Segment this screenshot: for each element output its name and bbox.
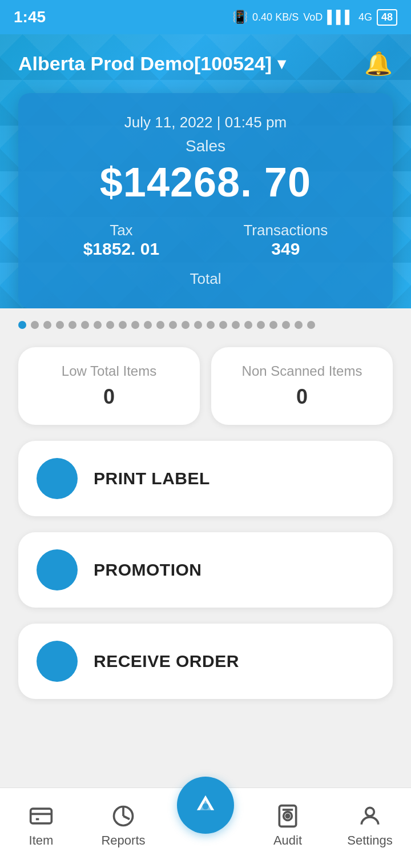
quick-stats-row: Low Total Items 0 Non Scanned Items 0 bbox=[18, 347, 393, 425]
vibrate-icon: 📳 bbox=[232, 10, 248, 25]
store-name-row[interactable]: Alberta Prod Demo[100524] ▾ bbox=[18, 53, 285, 75]
low-total-items-label: Low Total Items bbox=[30, 363, 188, 379]
volte-icon: VoD bbox=[303, 11, 323, 23]
carousel-dot-22[interactable] bbox=[295, 321, 303, 329]
card-total-label: Total bbox=[41, 270, 370, 288]
carousel-dot-4[interactable] bbox=[68, 321, 76, 329]
card-transactions-label: Transactions bbox=[243, 222, 328, 239]
nav-item-home[interactable] bbox=[164, 777, 247, 834]
svg-point-11 bbox=[366, 807, 374, 816]
store-row: Alberta Prod Demo[100524] ▾ 🔔 bbox=[18, 50, 393, 77]
card-tax: Tax $1852. 01 bbox=[83, 222, 159, 259]
carousel-dot-10[interactable] bbox=[144, 321, 152, 329]
print-label-text: PRINT LABEL bbox=[94, 469, 210, 488]
carousel-dot-1[interactable] bbox=[31, 321, 39, 329]
card-tax-value: $1852. 01 bbox=[83, 239, 159, 259]
non-scanned-items-label: Non Scanned Items bbox=[223, 363, 381, 379]
card-meta: Tax $1852. 01 Transactions 349 bbox=[41, 222, 370, 259]
promotion-dot bbox=[37, 549, 78, 590]
signal-icon: ▌▌▌ bbox=[327, 10, 354, 25]
carousel-dot-14[interactable] bbox=[194, 321, 202, 329]
carousel-dot-12[interactable] bbox=[169, 321, 177, 329]
carousel-dots bbox=[0, 308, 411, 341]
nav-label-audit: Audit bbox=[273, 833, 302, 848]
svg-point-9 bbox=[286, 814, 289, 818]
svg-point-6 bbox=[203, 803, 209, 810]
carousel-dot-3[interactable] bbox=[56, 321, 64, 329]
main-content: Low Total Items 0 Non Scanned Items 0 PR… bbox=[0, 341, 411, 818]
promotion-button[interactable]: PROMOTION bbox=[18, 532, 393, 608]
nav-label-item: Item bbox=[29, 833, 54, 848]
home-button-circle[interactable] bbox=[177, 777, 234, 834]
battery-icon: 48 bbox=[377, 9, 397, 26]
carousel-dot-8[interactable] bbox=[119, 321, 127, 329]
network-speed: 0.40 KB/S bbox=[252, 11, 299, 23]
settings-icon bbox=[357, 803, 382, 829]
print-label-dot bbox=[37, 458, 78, 499]
header-section: Alberta Prod Demo[100524] ▾ 🔔 July 11, 2… bbox=[0, 34, 411, 308]
carousel-dot-11[interactable] bbox=[156, 321, 164, 329]
promotion-text: PROMOTION bbox=[94, 560, 202, 580]
sales-card: July 11, 2022 | 01:45 pm Sales $14268. 7… bbox=[18, 93, 393, 308]
audit-icon bbox=[275, 803, 300, 829]
non-scanned-items-card[interactable]: Non Scanned Items 0 bbox=[211, 347, 393, 425]
card-transactions: Transactions 349 bbox=[243, 222, 328, 259]
receive-order-text: RECEIVE ORDER bbox=[94, 652, 239, 671]
carousel-dot-7[interactable] bbox=[106, 321, 114, 329]
card-transactions-value: 349 bbox=[243, 239, 328, 259]
item-icon bbox=[29, 803, 54, 829]
carousel-dot-0[interactable] bbox=[18, 321, 26, 329]
card-date: July 11, 2022 | 01:45 pm bbox=[41, 114, 370, 131]
bottom-nav: Item Reports Audit bbox=[0, 787, 411, 868]
card-tax-label: Tax bbox=[83, 222, 159, 239]
reports-icon bbox=[111, 803, 136, 829]
network-type: 4G bbox=[358, 11, 372, 23]
card-sales-amount: $14268. 70 bbox=[41, 159, 370, 206]
svg-rect-0 bbox=[31, 809, 52, 823]
print-label-button[interactable]: PRINT LABEL bbox=[18, 441, 393, 516]
chevron-down-icon: ▾ bbox=[277, 54, 285, 73]
carousel-dot-5[interactable] bbox=[81, 321, 89, 329]
carousel-dot-19[interactable] bbox=[257, 321, 265, 329]
nav-label-settings: Settings bbox=[347, 833, 393, 848]
carousel-dot-23[interactable] bbox=[307, 321, 315, 329]
low-total-items-value: 0 bbox=[30, 385, 188, 409]
carousel-dot-17[interactable] bbox=[232, 321, 240, 329]
status-bar: 1:45 📳 0.40 KB/S VoD ▌▌▌ 4G 48 bbox=[0, 0, 411, 34]
carousel-dot-21[interactable] bbox=[282, 321, 290, 329]
nav-label-reports: Reports bbox=[101, 833, 145, 848]
card-sales-label: Sales bbox=[41, 137, 370, 155]
status-right: 📳 0.40 KB/S VoD ▌▌▌ 4G 48 bbox=[232, 9, 397, 26]
receive-order-dot bbox=[37, 641, 78, 682]
nav-item-audit[interactable]: Audit bbox=[247, 803, 329, 848]
low-total-items-card[interactable]: Low Total Items 0 bbox=[18, 347, 200, 425]
receive-order-button[interactable]: RECEIVE ORDER bbox=[18, 624, 393, 699]
carousel-dot-9[interactable] bbox=[131, 321, 139, 329]
carousel-dot-20[interactable] bbox=[269, 321, 277, 329]
store-name-text: Alberta Prod Demo[100524] bbox=[18, 53, 272, 75]
non-scanned-items-value: 0 bbox=[223, 385, 381, 409]
carousel-dot-16[interactable] bbox=[219, 321, 227, 329]
carousel-dot-6[interactable] bbox=[94, 321, 102, 329]
carousel-dot-2[interactable] bbox=[43, 321, 51, 329]
carousel-dot-13[interactable] bbox=[182, 321, 190, 329]
bell-icon[interactable]: 🔔 bbox=[364, 50, 393, 77]
home-logo-icon bbox=[191, 790, 220, 820]
nav-item-reports[interactable]: Reports bbox=[82, 803, 164, 848]
carousel-dot-18[interactable] bbox=[244, 321, 252, 329]
nav-item-settings[interactable]: Settings bbox=[329, 803, 411, 848]
nav-item-item[interactable]: Item bbox=[0, 803, 82, 848]
carousel-dot-15[interactable] bbox=[207, 321, 215, 329]
status-time: 1:45 bbox=[14, 8, 46, 26]
